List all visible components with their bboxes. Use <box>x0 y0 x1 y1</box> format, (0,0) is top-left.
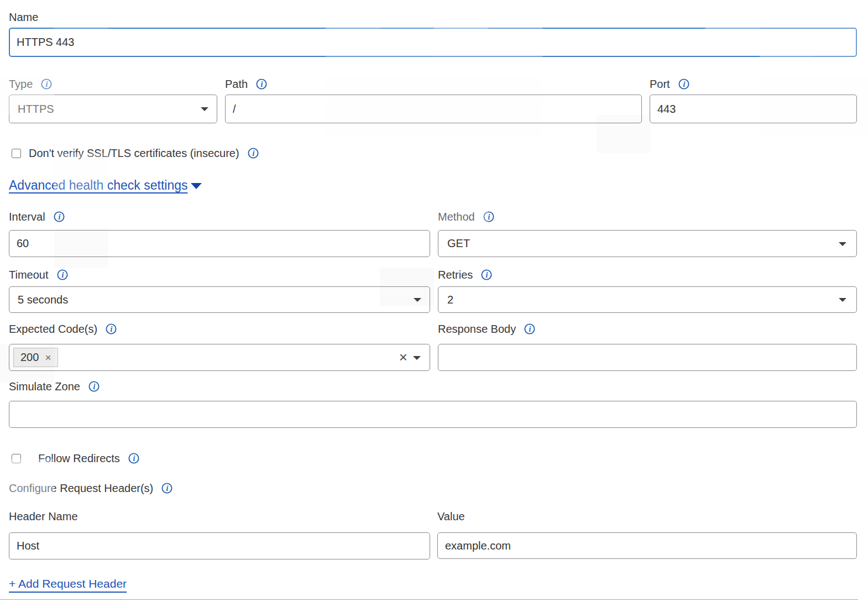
svg-text:i: i <box>61 271 64 279</box>
svg-text:i: i <box>133 454 135 463</box>
svg-text:i: i <box>252 149 254 158</box>
svg-text:i: i <box>486 271 488 279</box>
svg-text:i: i <box>529 325 531 333</box>
svg-text:i: i <box>166 484 169 493</box>
svg-text:i: i <box>46 80 48 88</box>
svg-text:i: i <box>111 325 113 333</box>
svg-text:i: i <box>261 80 263 88</box>
svg-text:i: i <box>93 383 95 391</box>
svg-text:i: i <box>58 213 60 221</box>
svg-text:i: i <box>488 213 490 221</box>
svg-text:i: i <box>683 80 685 88</box>
